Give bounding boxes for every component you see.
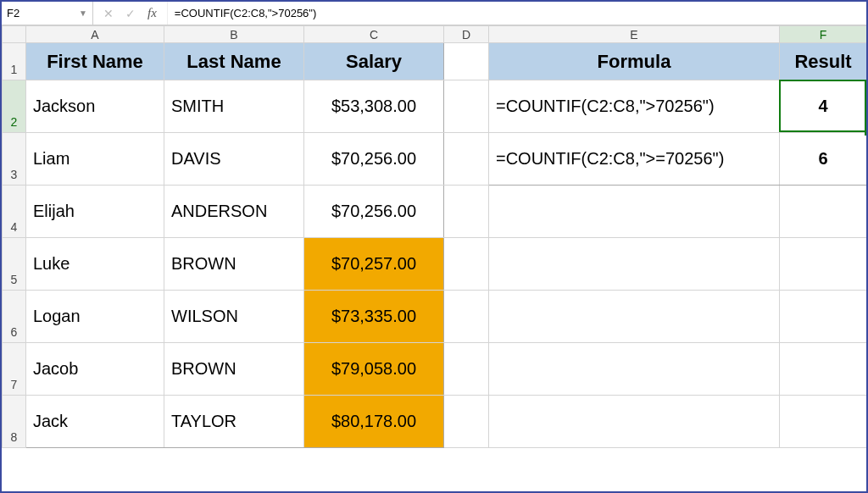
cell-d5[interactable] <box>444 238 488 290</box>
formula-bar: F2 ▼ ✕ ✓ fx <box>2 2 866 25</box>
cell-c2[interactable]: $53,308.00 <box>304 80 443 132</box>
select-all-corner[interactable] <box>3 26 26 43</box>
cell-b5[interactable]: BROWN <box>164 238 303 290</box>
cell-b7[interactable]: BROWN <box>164 343 303 395</box>
cell-d8[interactable] <box>444 396 488 447</box>
row-8: 8 Jack TAYLOR $80,178.00 <box>3 396 867 448</box>
col-header-a[interactable]: A <box>26 26 164 43</box>
row-header-2[interactable]: 2 <box>3 80 26 133</box>
cell-a6[interactable]: Logan <box>26 291 164 342</box>
cell-c8[interactable]: $80,178.00 <box>304 396 443 447</box>
cell-d2[interactable] <box>444 80 488 132</box>
col-header-e[interactable]: E <box>489 26 780 43</box>
grid[interactable]: A B C D E F 1 First Name Last Name Salar… <box>2 25 866 491</box>
row-5: 5 Luke BROWN $70,257.00 <box>3 238 867 291</box>
hdr-last-name[interactable]: Last Name <box>164 43 303 80</box>
cell-b2[interactable]: SMITH <box>164 80 303 132</box>
cell-c3[interactable]: $70,256.00 <box>304 133 443 185</box>
row-header-5[interactable]: 5 <box>3 238 26 291</box>
hdr-salary[interactable]: Salary <box>304 43 443 80</box>
cell-b4[interactable]: ANDERSON <box>164 186 303 237</box>
cell-d7[interactable] <box>444 343 488 395</box>
cell-b8[interactable]: TAYLOR <box>164 396 303 447</box>
cell-c4[interactable]: $70,256.00 <box>304 186 443 237</box>
cell-f2[interactable]: 4 <box>780 80 866 132</box>
col-header-d[interactable]: D <box>444 26 489 43</box>
name-box[interactable]: F2 ▼ <box>2 2 93 25</box>
row-7: 7 Jacob BROWN $79,058.00 <box>3 343 867 396</box>
cell-b6[interactable]: WILSON <box>164 291 303 342</box>
row-header-8[interactable]: 8 <box>3 396 26 448</box>
cell-e3[interactable]: =COUNTIF(C2:C8,">=70256") <box>489 133 779 185</box>
formula-input[interactable] <box>168 2 866 25</box>
cell-f7[interactable] <box>780 343 866 395</box>
formula-bar-icons: ✕ ✓ fx <box>93 2 168 25</box>
hdr-first-name[interactable]: First Name <box>26 43 164 80</box>
fx-icon[interactable]: fx <box>147 6 157 20</box>
cell-f6[interactable] <box>780 291 866 342</box>
hdr-formula[interactable]: Formula <box>489 43 779 80</box>
row-header-1[interactable]: 1 <box>3 43 26 80</box>
cell-e7[interactable] <box>489 343 779 395</box>
row-header-4[interactable]: 4 <box>3 186 26 238</box>
row-4: 4 Elijah ANDERSON $70,256.00 <box>3 186 867 238</box>
cell-d3[interactable] <box>444 133 488 185</box>
row-header-6[interactable]: 6 <box>3 291 26 343</box>
chevron-down-icon[interactable]: ▼ <box>79 8 87 18</box>
fill-handle[interactable] <box>865 130 867 136</box>
cell-e6[interactable] <box>489 291 779 342</box>
row-2: 2 Jackson SMITH $53,308.00 =COUNTIF(C2:C… <box>3 80 867 133</box>
col-header-f[interactable]: F <box>780 26 867 43</box>
row-3: 3 Liam DAVIS $70,256.00 =COUNTIF(C2:C8,"… <box>3 133 867 186</box>
cell-c5[interactable]: $70,257.00 <box>304 238 443 290</box>
cell-f8[interactable] <box>780 396 866 447</box>
row-header-7[interactable]: 7 <box>3 343 26 396</box>
row-header-3[interactable]: 3 <box>3 133 26 186</box>
cell-f5[interactable] <box>780 238 866 290</box>
cell-a3[interactable]: Liam <box>26 133 164 185</box>
hdr-result[interactable]: Result <box>780 43 866 80</box>
cell-c6[interactable]: $73,335.00 <box>304 291 443 342</box>
cell-d6[interactable] <box>444 291 488 342</box>
cell-a2[interactable]: Jackson <box>26 80 164 132</box>
col-header-b[interactable]: B <box>164 26 304 43</box>
enter-icon[interactable]: ✓ <box>125 7 136 20</box>
name-box-value: F2 <box>7 7 19 19</box>
cell-d1[interactable] <box>444 43 488 80</box>
cell-f4[interactable] <box>780 186 866 237</box>
cell-e2[interactable]: =COUNTIF(C2:C8,">70256") <box>489 80 779 132</box>
spreadsheet[interactable]: A B C D E F 1 First Name Last Name Salar… <box>2 25 866 448</box>
cell-e8[interactable] <box>489 396 779 447</box>
cell-a8[interactable]: Jack <box>26 396 164 447</box>
cell-a7[interactable]: Jacob <box>26 343 164 395</box>
cell-b3[interactable]: DAVIS <box>164 133 303 185</box>
row-1: 1 First Name Last Name Salary Formula Re… <box>3 43 867 80</box>
cell-f3[interactable]: 6 <box>780 133 866 185</box>
cell-a4[interactable]: Elijah <box>26 186 164 237</box>
cell-e4[interactable] <box>489 186 779 237</box>
cancel-icon[interactable]: ✕ <box>103 7 114 20</box>
cell-e5[interactable] <box>489 238 779 290</box>
cell-a5[interactable]: Luke <box>26 238 164 290</box>
cell-c7[interactable]: $79,058.00 <box>304 343 443 395</box>
col-header-c[interactable]: C <box>304 26 444 43</box>
row-6: 6 Logan WILSON $73,335.00 <box>3 291 867 343</box>
column-header-row: A B C D E F <box>3 26 867 43</box>
excel-window: F2 ▼ ✕ ✓ fx A B C D E F <box>0 0 868 493</box>
cell-d4[interactable] <box>444 186 488 237</box>
